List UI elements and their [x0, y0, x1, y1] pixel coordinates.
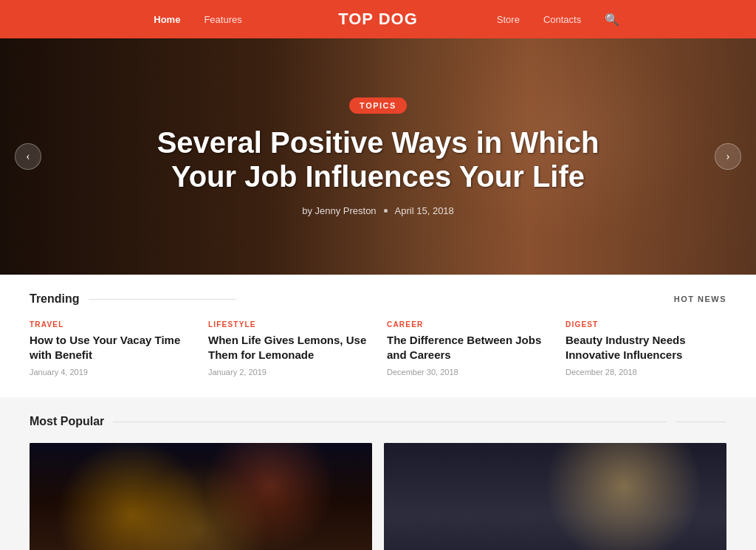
svg-point-23 [672, 506, 697, 539]
svg-rect-0 [30, 447, 372, 550]
nav-features[interactable]: Features [204, 14, 241, 25]
svg-point-7 [61, 537, 341, 550]
hero-meta: by Jenny Preston April 15, 2018 [134, 205, 622, 216]
city-svg [30, 443, 372, 550]
popular-card-1[interactable] [30, 443, 372, 550]
hero-author: by Jenny Preston [302, 205, 376, 216]
card-date-4: December 28, 2018 [566, 368, 726, 377]
svg-rect-16 [523, 499, 608, 550]
popular-image-2 [384, 443, 726, 550]
svg-rect-6 [326, 495, 372, 550]
hero-date: April 15, 2018 [395, 205, 454, 216]
card-date-1: January 4, 2019 [30, 368, 190, 377]
card-title-2[interactable]: When Life Gives Lemons, Use Them for Lem… [208, 333, 369, 362]
svg-rect-17 [526, 501, 605, 547]
svg-rect-9 [169, 468, 204, 481]
svg-rect-10 [225, 482, 253, 493]
popular-header: Most Popular [30, 415, 726, 428]
hero-prev-button[interactable]: ‹ [15, 143, 41, 170]
hero-content: TOPICS Several Positive Ways in Which Yo… [120, 97, 636, 216]
office-svg [384, 443, 726, 550]
svg-point-20 [481, 503, 512, 542]
card-category-1: TRAVEL [30, 320, 190, 329]
svg-rect-1 [30, 447, 372, 550]
svg-rect-14 [384, 447, 726, 550]
card-title-4[interactable]: Beauty Industry Needs Innovative Influen… [566, 333, 726, 362]
svg-rect-3 [30, 489, 50, 550]
svg-rect-13 [384, 447, 726, 550]
hero-next-button[interactable]: › [715, 143, 741, 170]
svg-rect-27 [526, 501, 605, 547]
card-date-3: December 30, 2018 [387, 368, 548, 377]
trending-card-4: DIGEST Beauty Industry Needs Innovative … [566, 320, 726, 377]
chevron-right-icon: › [726, 150, 729, 163]
trending-card-2: LIFESTYLE When Life Gives Lemons, Use Th… [208, 320, 369, 377]
hero-title: Several Positive Ways in Which Your Job … [134, 126, 622, 193]
trending-section: Trending HOT NEWS TRAVEL How to Use Your… [0, 275, 756, 397]
trending-card-3: CAREER The Difference Between Jobs and C… [387, 320, 548, 377]
site-logo: TOP DOG [338, 10, 418, 29]
svg-point-21 [537, 508, 566, 543]
divider [676, 422, 726, 422]
hero-tag: TOPICS [349, 97, 407, 114]
card-title-3[interactable]: The Difference Between Jobs and Careers [387, 333, 548, 362]
svg-rect-5 [295, 482, 323, 550]
trending-header: Trending HOT NEWS [30, 292, 726, 306]
svg-rect-18 [614, 503, 677, 549]
svg-point-22 [628, 506, 656, 542]
popular-card-2[interactable] [384, 443, 726, 550]
trending-card-1: TRAVEL How to Use Your Vacay Time with B… [30, 320, 190, 377]
popular-section: Most Popular [0, 397, 756, 550]
hero-section: ‹ TOPICS Several Positive Ways in Which … [0, 38, 756, 275]
svg-point-12 [236, 537, 256, 550]
card-category-3: CAREER [387, 320, 548, 329]
trending-grid: TRAVEL How to Use Your Vacay Time with B… [30, 320, 726, 377]
nav-right: Store Contacts 🔍 [378, 13, 738, 27]
card-date-2: January 2, 2019 [208, 368, 369, 377]
svg-rect-2 [30, 447, 372, 550]
svg-point-11 [213, 534, 238, 550]
nav-contacts[interactable]: Contacts [543, 14, 581, 25]
popular-grid [30, 443, 726, 550]
popular-title: Most Popular [30, 415, 667, 428]
svg-point-25 [601, 468, 643, 485]
card-category-2: LIFESTYLE [208, 320, 369, 329]
nav-left: Home Features [18, 14, 378, 25]
svg-rect-8 [78, 475, 120, 489]
trending-title: Trending [30, 292, 236, 306]
nav-store[interactable]: Store [497, 14, 520, 25]
svg-rect-19 [616, 505, 676, 545]
svg-point-26 [602, 469, 641, 483]
popular-image-1 [30, 443, 372, 550]
hot-news-label: HOT NEWS [674, 295, 726, 303]
svg-rect-15 [440, 537, 706, 543]
svg-rect-4 [54, 503, 72, 550]
card-title-1[interactable]: How to Use Your Vacay Time with Benefit [30, 333, 190, 362]
nav-home[interactable]: Home [154, 14, 180, 25]
search-icon[interactable]: 🔍 [605, 13, 619, 27]
site-header: Home Features TOP DOG Store Contacts 🔍 [0, 0, 756, 38]
meta-separator [384, 209, 388, 213]
card-category-4: DIGEST [566, 320, 726, 329]
chevron-left-icon: ‹ [26, 150, 30, 163]
